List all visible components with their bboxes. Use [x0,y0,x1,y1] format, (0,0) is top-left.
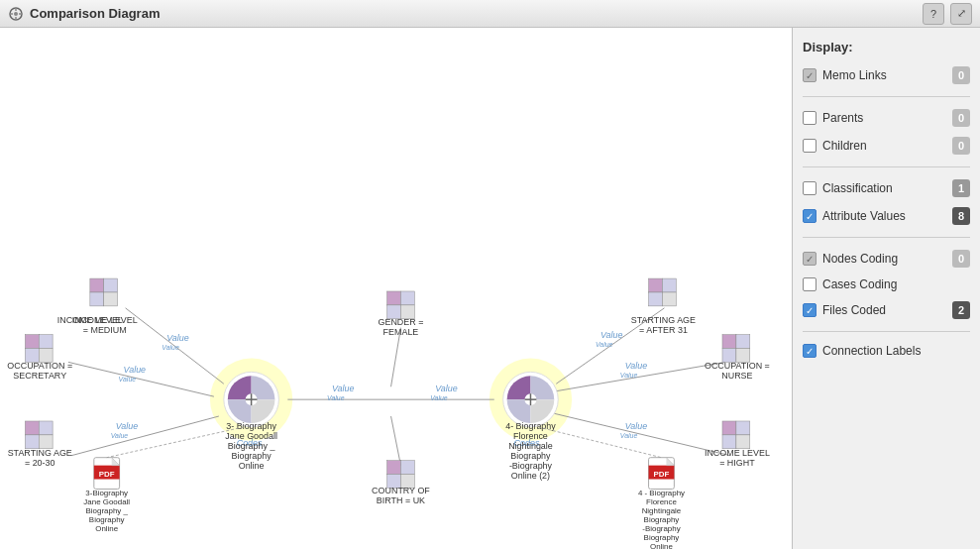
children-label: Children [822,139,946,153]
svg-text:-Biography: -Biography [509,461,553,471]
svg-rect-38 [90,292,104,306]
svg-text:3-Biography: 3-Biography [85,489,128,497]
main-content: Value Value Value Value Value Value Code… [0,28,980,549]
svg-point-1 [14,12,18,16]
svg-text:= AFTER 31: = AFTER 31 [639,325,688,335]
svg-text:Value: Value [119,376,137,383]
children-row: Children 0 [803,135,970,157]
svg-rect-68 [662,278,676,292]
svg-text:= HIGHT: = HIGHT [719,458,755,468]
svg-text:Nightingale: Nightingale [508,441,553,451]
attribute-values-label: Attribute Values [822,209,946,223]
svg-text:SECRETARY: SECRETARY [13,371,66,381]
svg-text:Biography: Biography [510,451,551,461]
svg-rect-69 [649,292,663,306]
memo-links-checkbox[interactable] [803,68,817,82]
svg-text:Value: Value [166,333,189,343]
svg-text:PDF: PDF [99,470,115,479]
help-button[interactable]: ? [923,3,944,25]
svg-text:BIRTH = UK: BIRTH = UK [377,495,425,505]
files-coded-label: Files Coded [822,303,946,317]
svg-text:Biography: Biography [644,515,680,524]
nodes-coding-label: Nodes Coding [822,252,946,266]
svg-text:Biography _: Biography _ [228,441,276,451]
svg-rect-56 [400,291,414,305]
classification-row: Classification 1 [803,177,970,199]
svg-rect-76 [736,349,750,363]
svg-text:COUNTRY OF: COUNTRY OF [372,486,430,495]
svg-rect-62 [400,461,414,475]
svg-text:GENDER =: GENDER = [379,317,424,327]
svg-text:Biography _: Biography _ [86,506,129,515]
svg-rect-73 [722,335,736,349]
svg-text:Value: Value [332,384,355,393]
files-coded-checkbox[interactable] [803,303,817,317]
svg-rect-80 [736,421,750,435]
svg-text:Value: Value [620,372,638,379]
svg-rect-43 [25,335,39,349]
attribute-values-badge: 8 [952,207,970,225]
svg-rect-37 [104,278,118,292]
classification-checkbox[interactable] [803,181,817,195]
svg-text:NURSE: NURSE [721,371,752,381]
svg-rect-75 [722,349,736,363]
svg-text:Jane Goodall: Jane Goodall [83,497,130,506]
svg-rect-52 [39,435,53,449]
svg-text:Biography: Biography [89,515,125,524]
svg-text:Online: Online [95,524,118,533]
connection-labels-label: Connection Labels [822,344,970,358]
svg-rect-74 [736,335,750,349]
memo-links-badge: 0 [952,66,970,84]
svg-rect-79 [722,421,736,435]
children-badge: 0 [952,137,970,155]
memo-links-row: Memo Links 0 [803,64,970,86]
connection-labels-checkbox[interactable] [803,344,817,358]
parents-checkbox[interactable] [803,111,817,125]
classification-label: Classification [822,181,946,195]
svg-text:Online (2): Online (2) [511,471,550,481]
svg-text:OCCUPATION =: OCCUPATION = [705,361,770,371]
svg-text:= 20-30: = 20-30 [25,458,55,468]
parents-label: Parents [822,111,946,125]
svg-text:Online: Online [239,461,265,471]
svg-rect-36 [90,278,104,292]
svg-text:Florence: Florence [513,431,548,441]
files-coded-row: Files Coded 2 [803,299,970,321]
svg-text:INCOME LEVEL: INCOME LEVEL [72,315,138,325]
connection-labels-row: Connection Labels [803,342,970,360]
svg-text:Value: Value [162,344,179,351]
svg-rect-67 [649,278,663,292]
svg-text:= MEDIUM: = MEDIUM [83,325,127,335]
svg-text:STARTING AGE: STARTING AGE [631,315,696,325]
attribute-values-row: Attribute Values 8 [803,205,970,227]
cases-coding-row: Cases Coding [803,275,970,293]
cases-coding-checkbox[interactable] [803,277,817,291]
svg-text:INCOME LEVEL: INCOME LEVEL [705,448,770,458]
svg-text:FEMALE: FEMALE [383,327,419,337]
canvas-area[interactable]: Value Value Value Value Value Value Code… [0,28,792,549]
svg-rect-44 [39,335,53,349]
files-coded-badge: 2 [952,301,970,319]
classification-badge: 1 [952,179,970,197]
svg-rect-70 [662,292,676,306]
svg-text:Value: Value [327,394,345,401]
svg-text:Biography: Biography [644,533,680,542]
svg-text:Value: Value [435,384,458,393]
svg-text:Value: Value [600,330,623,340]
svg-rect-61 [387,461,401,475]
nodes-coding-badge: 0 [952,250,970,268]
nodes-coding-checkbox[interactable] [803,252,817,266]
svg-text:4 - Biography: 4 - Biography [638,489,685,497]
children-checkbox[interactable] [803,139,817,153]
svg-text:Value: Value [596,341,613,348]
svg-text:OCCUPATION =: OCCUPATION = [7,361,72,371]
svg-rect-50 [39,421,53,435]
svg-text:Value: Value [124,365,147,375]
svg-rect-81 [722,435,736,449]
svg-rect-82 [736,435,750,449]
svg-text:STARTING AGE: STARTING AGE [8,448,72,458]
svg-rect-55 [387,291,401,305]
svg-text:-Biography: -Biography [642,524,680,533]
attribute-values-checkbox[interactable] [803,209,817,223]
expand-button[interactable]: ⤢ [950,3,972,25]
